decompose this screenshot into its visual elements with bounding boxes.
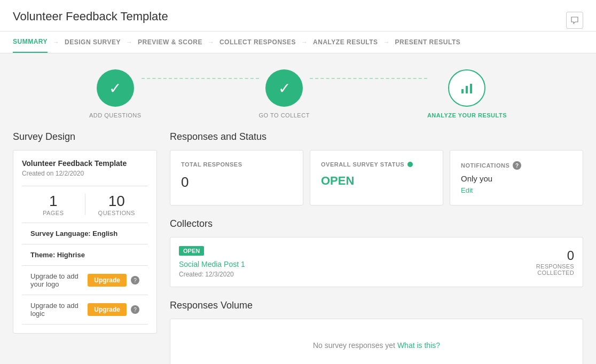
- survey-design-card: Volunteer Feedback Template Created on 1…: [13, 150, 157, 334]
- responses-volume-card: No survey responses yet What is this?: [170, 319, 583, 364]
- upgrade-logo-button[interactable]: Upgrade: [88, 274, 127, 287]
- top-nav: SUMMARY → DESIGN SURVEY → PREVIEW & SCOR…: [0, 31, 596, 53]
- overall-status-label: OVERALL SURVEY STATUS: [321, 161, 432, 168]
- app-header: Volunteer Feedback Template: [0, 0, 596, 31]
- survey-created-date: Created on 12/2/2020: [22, 170, 148, 177]
- collectors-section: Collectors OPEN Social Media Post 1 Crea…: [170, 218, 583, 287]
- collector-info: OPEN Social Media Post 1 Created: 12/3/2…: [179, 246, 245, 278]
- nav-item-summary[interactable]: SUMMARY: [13, 31, 48, 53]
- status-dot: [407, 162, 413, 167]
- questions-value: 10: [108, 193, 125, 210]
- nav-item-design-survey[interactable]: DESIGN SURVEY: [65, 32, 121, 52]
- nav-item-present-results[interactable]: PRESENT RESULTS: [395, 32, 461, 52]
- collector-name[interactable]: Social Media Post 1: [179, 260, 245, 268]
- nav-sep-4: →: [301, 38, 308, 46]
- responses-volume-title: Responses Volume: [170, 300, 583, 311]
- collector-responses: 0 RESPONSES COLLECTED: [536, 248, 574, 276]
- language-value: English: [92, 230, 117, 238]
- language-row: Survey Language: English: [22, 223, 148, 244]
- theme-value: Highrise: [57, 251, 85, 259]
- collector-badge: OPEN: [179, 246, 204, 256]
- survey-design-panel: Survey Design Volunteer Feedback Templat…: [13, 131, 157, 364]
- svg-rect-1: [466, 86, 468, 93]
- nav-sep-5: →: [383, 38, 390, 46]
- pages-stat: 1 PAGES: [22, 193, 85, 216]
- collector-responses-label-2: COLLECTED: [536, 270, 574, 276]
- upgrade-logo-text: Upgrade to add your logo: [30, 272, 88, 288]
- upgrade-logo-right: Upgrade ?: [88, 274, 139, 287]
- notifications-help-icon[interactable]: ?: [513, 161, 521, 170]
- check-icon-1: ✓: [109, 80, 121, 97]
- responses-status-title: Responses and Status: [170, 131, 583, 143]
- progress-step-add-questions: ✓ ADD QUESTIONS: [89, 69, 142, 118]
- collector-date: Created: 12/3/2020: [179, 271, 245, 278]
- progress-step-analyze: ANALYZE YOUR RESULTS: [427, 69, 507, 118]
- step-circle-add-questions[interactable]: ✓: [97, 69, 134, 107]
- main-content: ✓ ADD QUESTIONS ✓ GO TO COLLECT: [0, 53, 596, 364]
- svg-rect-2: [470, 84, 472, 93]
- upgrade-logo-row: Upgrade to add your logo Upgrade ?: [22, 266, 148, 295]
- theme-row: Theme: Highrise: [22, 244, 148, 266]
- what-is-this-link[interactable]: What is this?: [397, 341, 440, 350]
- collectors-card: OPEN Social Media Post 1 Created: 12/3/2…: [170, 237, 583, 287]
- svg-rect-0: [461, 89, 464, 93]
- step-label-analyze: ANALYZE YOUR RESULTS: [427, 112, 507, 118]
- notifications-recipient: Only you: [461, 174, 572, 183]
- nav-sep-3: →: [208, 38, 214, 46]
- step-label-add-questions: ADD QUESTIONS: [89, 112, 142, 118]
- pages-value: 1: [49, 193, 58, 210]
- upgrade-logic-help-icon[interactable]: ?: [131, 305, 139, 314]
- pages-label: PAGES: [43, 210, 64, 216]
- questions-label: QUESTIONS: [98, 210, 135, 216]
- overall-status-card: OVERALL SURVEY STATUS OPEN: [310, 150, 443, 205]
- status-cards-row: TOTAL RESPONSES 0 OVERALL SURVEY STATUS …: [170, 150, 583, 205]
- nav-sep-1: →: [53, 38, 59, 46]
- upgrade-logic-text: Upgrade to add logic: [30, 302, 88, 318]
- step-circle-analyze[interactable]: [448, 69, 485, 107]
- chart-icon: [459, 81, 474, 96]
- stats-row: 1 PAGES 10 QUESTIONS: [22, 186, 148, 223]
- right-content: Responses and Status TOTAL RESPONSES 0 O…: [157, 131, 583, 364]
- connector-2: [310, 86, 427, 101]
- upgrade-logic-row: Upgrade to add logic Upgrade ?: [22, 295, 148, 325]
- page-title: Volunteer Feedback Template: [13, 10, 168, 31]
- progress-section: ✓ ADD QUESTIONS ✓ GO TO COLLECT: [0, 53, 596, 118]
- progress-step-collect: ✓ GO TO COLLECT: [259, 69, 310, 118]
- upgrade-logic-right: Upgrade ?: [88, 303, 139, 316]
- collector-count: 0: [536, 248, 574, 263]
- step-circle-collect[interactable]: ✓: [265, 69, 303, 107]
- collectors-title: Collectors: [170, 218, 583, 230]
- upgrade-logic-button[interactable]: Upgrade: [88, 303, 127, 316]
- check-icon-2: ✓: [278, 80, 291, 97]
- notifications-label: NOTIFICATIONS ?: [461, 161, 572, 170]
- nav-item-preview-score[interactable]: PREVIEW & SCORE: [138, 32, 202, 52]
- responses-volume-section: Responses Volume No survey responses yet…: [170, 300, 583, 364]
- upgrade-logo-help-icon[interactable]: ?: [131, 276, 139, 284]
- language-label: Survey Language:: [30, 230, 91, 238]
- notifications-card: NOTIFICATIONS ? Only you Edit: [450, 150, 583, 205]
- comment-icon: [570, 16, 579, 25]
- total-responses-value: 0: [181, 174, 292, 191]
- step-label-collect: GO TO COLLECT: [259, 112, 310, 118]
- overall-status-value: OPEN: [321, 174, 432, 188]
- total-responses-label: TOTAL RESPONSES: [181, 161, 292, 168]
- collector-responses-label-1: RESPONSES: [536, 263, 574, 270]
- total-responses-card: TOTAL RESPONSES 0: [170, 150, 303, 205]
- body-layout: Survey Design Volunteer Feedback Templat…: [0, 118, 596, 364]
- comment-icon-button[interactable]: [566, 12, 583, 29]
- survey-name: Volunteer Feedback Template: [22, 159, 148, 168]
- questions-stat: 10 QUESTIONS: [85, 193, 148, 216]
- dashed-line-2: [310, 78, 427, 79]
- survey-design-title: Survey Design: [13, 131, 157, 143]
- nav-sep-2: →: [126, 38, 132, 46]
- nav-item-collect-responses[interactable]: COLLECT RESPONSES: [219, 32, 296, 52]
- notifications-edit-link[interactable]: Edit: [461, 186, 572, 194]
- connector-1: [142, 86, 259, 101]
- theme-label: Theme:: [30, 251, 55, 259]
- no-responses-text: No survey responses yet What is this?: [313, 341, 440, 350]
- dashed-line-1: [142, 78, 259, 79]
- nav-item-analyze-results[interactable]: ANALYZE RESULTS: [313, 32, 378, 52]
